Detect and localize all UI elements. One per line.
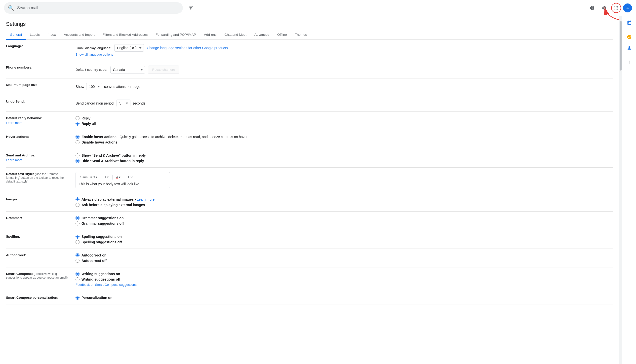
writing-off-row: Writing suggestions off	[76, 277, 613, 281]
default-reply-value: Reply Reply all	[76, 112, 613, 130]
avatar[interactable]: A	[623, 4, 632, 12]
language-label: Language:	[6, 40, 76, 61]
default-reply-label: Default reply behavior: Learn more	[6, 112, 76, 130]
sidebar-tasks-icon[interactable]	[624, 32, 634, 42]
filter-icon-btn[interactable]	[186, 3, 196, 13]
page-layout: Settings General Labels Inbox Accounts a…	[0, 16, 636, 364]
settings-tabs: General Labels Inbox Accounts and Import…	[6, 30, 613, 40]
autocorrect-on-radio[interactable]	[76, 253, 80, 257]
right-sidebar: +	[622, 16, 636, 364]
images-learn-more[interactable]: Learn more	[137, 198, 155, 201]
reply-all-option-row: Reply all	[76, 122, 613, 126]
page-size-select[interactable]: 102550100	[86, 83, 102, 90]
sidebar-contacts-icon[interactable]	[624, 43, 634, 53]
tab-accounts[interactable]: Accounts and Import	[60, 30, 99, 40]
text-toolbar: Sans Serif ▾ T ▾ A ▾	[79, 174, 167, 180]
personalization-on-row: Personalization on	[76, 296, 613, 300]
tab-general[interactable]: General	[6, 30, 26, 40]
toolbar-divider-2	[112, 175, 113, 180]
country-select[interactable]: Canada United States United Kingdom	[110, 66, 145, 74]
undo-seconds-select[interactable]: 5102030	[117, 100, 131, 107]
seconds-label: seconds	[132, 101, 145, 105]
change-language-link[interactable]: Change language settings for other Googl…	[147, 46, 228, 50]
writing-on-radio[interactable]	[76, 272, 80, 276]
sidebar-calendar-icon[interactable]	[624, 18, 634, 28]
writing-off-radio[interactable]	[76, 277, 80, 281]
grammar-off-label: Grammar suggestions off	[82, 222, 124, 226]
apps-button[interactable]	[611, 3, 621, 13]
search-icon: 🔍	[8, 5, 14, 11]
settings-button[interactable]	[599, 3, 609, 13]
spelling-on-radio[interactable]	[76, 235, 80, 238]
font-size-icon: T	[105, 175, 107, 179]
personalization-on-radio[interactable]	[76, 296, 80, 300]
settings-table: Language: Gmail display language: Englis…	[6, 40, 613, 304]
hide-send-archive-radio[interactable]	[76, 159, 80, 163]
grammar-value: Grammar suggestions on Grammar suggestio…	[76, 212, 613, 230]
filter-icon	[188, 6, 193, 10]
show-send-archive-radio[interactable]	[76, 154, 80, 158]
tab-chat[interactable]: Chat and Meet	[220, 30, 250, 40]
grammar-off-radio[interactable]	[76, 222, 80, 226]
gmail-display-language-label: Gmail display language:	[76, 46, 111, 50]
smart-compose-feedback-link[interactable]: Feedback on Smart Compose suggestions	[76, 283, 613, 286]
smart-compose-personalization-value: Personalization on	[76, 291, 613, 304]
spelling-on-row: Spelling suggestions on	[76, 235, 613, 238]
font-family-btn[interactable]: Sans Serif ▾	[79, 174, 99, 180]
spelling-off-radio[interactable]	[76, 240, 80, 244]
tab-offline[interactable]: Offline	[273, 30, 291, 40]
undo-send-label: Undo Send:	[6, 95, 76, 112]
language-select[interactable]: English (US) English (UK) Français Españ…	[114, 44, 144, 52]
search-box[interactable]: 🔍 Search mail	[4, 2, 183, 14]
default-text-style-label: Default text style: (Use the 'Remove for…	[6, 168, 76, 193]
show-all-language-link[interactable]: Show all language options	[76, 53, 613, 56]
recaptcha-placeholder: Recaptcha here	[148, 66, 179, 74]
font-size-btn[interactable]: T ▾	[103, 174, 110, 180]
images-value: Always display external images - Learn m…	[76, 193, 613, 212]
help-button[interactable]	[587, 3, 597, 13]
sidebar-add-btn[interactable]: +	[624, 57, 634, 67]
text-style-box: Sans Serif ▾ T ▾ A ▾	[76, 172, 170, 188]
text-color-btn[interactable]: A ▾	[115, 174, 122, 180]
text-color-icon: A	[116, 175, 118, 179]
reply-radio[interactable]	[76, 116, 80, 120]
autocorrect-on-row: Autocorrect on	[76, 253, 613, 257]
show-label: Show	[76, 85, 84, 89]
enable-hover-radio[interactable]	[76, 135, 80, 139]
spelling-row: Spelling: Spelling suggestions on Spelli…	[6, 230, 613, 249]
remove-formatting-x: ✕	[130, 175, 133, 179]
tab-inbox[interactable]: Inbox	[44, 30, 60, 40]
writing-off-label: Writing suggestions off	[82, 277, 120, 281]
sidebar-divider-2	[625, 55, 633, 55]
enable-hover-label: Enable hover actions - Quickly gain acce…	[82, 135, 248, 139]
disable-hover-radio[interactable]	[76, 140, 80, 144]
default-reply-learn-more[interactable]: Learn more	[6, 121, 70, 125]
text-color-chevron: ▾	[119, 175, 121, 179]
search-input-placeholder: Search mail	[17, 6, 38, 10]
tab-forwarding[interactable]: Forwarding and POP/IMAP	[152, 30, 200, 40]
autocorrect-off-radio[interactable]	[76, 259, 80, 263]
remove-formatting-btn[interactable]: T ✕	[126, 174, 134, 180]
always-display-radio[interactable]	[76, 198, 80, 201]
grammar-on-radio[interactable]	[76, 216, 80, 220]
phone-row: Phone numbers: Default country code: Can…	[6, 61, 613, 78]
main-content: Settings General Labels Inbox Accounts a…	[0, 16, 619, 364]
show-send-archive-label: Show "Send & Archive" button in reply	[82, 154, 146, 158]
scrollbar-thumb[interactable]	[619, 21, 621, 70]
ask-display-label: Ask before displaying external images	[82, 203, 145, 207]
smart-compose-row: Smart Compose: (predictive writing sugge…	[6, 268, 613, 291]
tab-labels[interactable]: Labels	[26, 30, 44, 40]
tab-advanced[interactable]: Advanced	[250, 30, 273, 40]
tab-themes[interactable]: Themes	[291, 30, 311, 40]
send-archive-learn-more[interactable]: Learn more	[6, 158, 70, 162]
grammar-on-label: Grammar suggestions on	[82, 216, 124, 220]
spelling-label: Spelling:	[6, 230, 76, 249]
scrollbar[interactable]	[619, 16, 622, 364]
smart-compose-personalization-row: Smart Compose personalization: Personali…	[6, 291, 613, 304]
tab-addons[interactable]: Add-ons	[200, 30, 220, 40]
top-right-icons: A	[587, 3, 632, 13]
hover-actions-value: Enable hover actions - Quickly gain acce…	[76, 130, 613, 149]
ask-display-radio[interactable]	[76, 203, 80, 207]
reply-all-radio[interactable]	[76, 122, 80, 126]
tab-filters[interactable]: Filters and Blocked Addresses	[99, 30, 152, 40]
